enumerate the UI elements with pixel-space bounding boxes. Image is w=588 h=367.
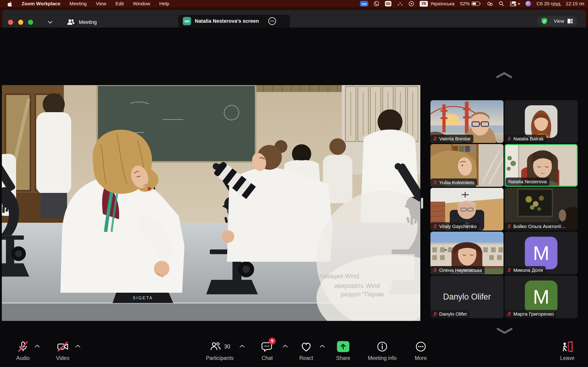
spotlight-search-icon[interactable] [499,1,504,6]
menu-item-view[interactable]: View [96,1,106,6]
screen-share-avatar: NN [183,17,191,25]
participant-tile-marta-hryhorenko[interactable]: M Марта Григоренко [505,275,578,318]
name-label: Yuliia Kolomiiets [431,178,477,187]
time-text: 12:15 пп [566,1,584,6]
info-icon [376,340,388,353]
pill-divider [551,19,551,24]
siri-icon[interactable] [526,1,531,6]
participant-tile-danylo-olifer[interactable]: Danylo Olifer Danylo Olifer [431,275,503,318]
tab-meeting[interactable]: Meeting [67,18,97,27]
screen: { "menu_bar": { "apple_icon": "apple-log… [0,0,588,367]
name-label: Микола Доля [505,266,546,274]
shared-screen-view: SIGETA [2,85,420,321]
minimize-window-button[interactable] [18,20,23,25]
participant-tile-natalia-nesterova[interactable]: Natalia Nesterova [505,144,578,187]
name-label: Natalia Nesterova [506,177,549,186]
classroom-photo: SIGETA [2,85,420,321]
notification-dot [518,3,520,5]
video-options-caret[interactable] [75,344,81,348]
muted-mic-icon [432,136,438,141]
layout-icon [567,18,573,24]
menu-item-app[interactable]: Zoom Workplace [22,1,61,6]
heart-icon [300,340,312,353]
language-name: Українська [430,1,454,6]
share-screen-icon [337,341,349,352]
mic-muted-icon [17,340,29,353]
meeting-content: SIGETA [0,27,588,367]
menu-item-meeting[interactable]: Meeting [69,1,87,6]
fullscreen-window-button[interactable] [28,20,33,25]
name-label: Бойко Ольга Анатолії… [505,222,569,231]
letter-avatar: M [525,237,557,269]
leave-icon [561,340,573,353]
microscope-brand-text: SIGETA [133,296,153,300]
muted-mic-icon [432,180,438,185]
close-window-button[interactable] [8,20,13,25]
muted-mic-icon [432,224,438,229]
participants-count: 30 [224,343,230,350]
tab-options-icon[interactable] [268,17,276,25]
chat-icon: 9 [261,340,273,353]
panel-resize-handle[interactable] [421,198,423,209]
letter-avatar: M [525,281,557,313]
name-label: Vitaly Gaychenko [431,222,479,231]
tab-screen-share[interactable]: NN Natalia Nesterova's screen [178,15,290,27]
name-label: Valeria Bondar [431,135,473,143]
name-label: Марта Григоренко [505,310,556,318]
menu-bar: Zoom Workplace Meeting View Edit Window … [0,0,588,7]
control-center-icon[interactable] [510,1,520,6]
participant-tile-boiko-olha[interactable]: Бойко Ольга Анатолії… [505,188,578,231]
muted-mic-icon [432,311,438,317]
scroll-down-icon[interactable] [496,327,513,334]
battery-status[interactable]: 52% [460,1,481,6]
zoom-status-icon[interactable]: zm [360,1,368,6]
more-icon [415,340,427,353]
menu-item-window[interactable]: Window [133,1,150,6]
participant-tile-mykola-dolia[interactable]: M Микола Доля [505,232,578,274]
view-button-label: View [554,18,564,24]
battery-icon [472,1,481,6]
people-icon [67,18,75,26]
video-button[interactable]: Video [37,340,88,361]
participant-tile-olena-naumovska[interactable]: Олена Наумовська [431,232,503,274]
leave-button[interactable]: Leave [542,340,588,361]
play-circle-icon[interactable] [409,1,414,6]
language-badge: УК [420,1,428,7]
apple-menu-icon[interactable] [7,1,12,6]
participant-tile-yuliia-kolomiiets[interactable]: Yuliia Kolomiiets [431,144,503,187]
tab-screen-share-label: Natalia Nesterova's screen [195,18,259,24]
window-chevron-down-icon[interactable] [48,21,52,24]
battery-percent: 52% [460,1,470,6]
muted-mic-icon [507,311,512,317]
camera-off-icon [56,340,69,353]
link-icon[interactable] [487,1,493,6]
participants-icon [209,340,221,353]
svg-text:раздел "Парам: раздел "Парам [341,291,384,298]
input-language[interactable]: УК Українська [420,1,454,7]
security-shield-icon[interactable] [541,18,548,25]
menu-bar-clock[interactable]: Сб 20 груд. 12:15 пп [536,1,584,6]
menu-item-help[interactable]: Help [159,1,169,6]
muted-mic-icon [507,268,512,273]
muted-mic-icon [507,224,512,229]
activity-spinner-icon[interactable] [397,1,403,6]
name-label: Danylo Olifer [431,310,470,318]
participants-button[interactable]: 30 Participants [195,340,245,361]
barcode-scanner-icon[interactable] [385,1,392,7]
muted-mic-icon [507,136,512,141]
participant-tile-valeria-bondar[interactable]: Valeria Bondar [431,100,503,143]
svg-text:тивация Wind: тивация Wind [320,273,359,280]
name-label: Олена Наумовська [431,266,485,274]
participant-tile-natalia-batrak[interactable]: Natalia Batrak [505,100,578,143]
scroll-up-icon[interactable] [495,72,513,78]
viber-icon[interactable] [374,1,379,6]
chat-unread-badge: 9 [269,338,276,344]
muted-mic-icon [432,268,438,273]
menu-item-edit[interactable]: Edit [115,1,124,6]
more-button[interactable]: More [396,340,446,361]
date-text: Сб 20 груд. [536,1,562,6]
view-controls[interactable]: View [537,16,577,26]
participant-tile-vitaly-gaychenko[interactable]: Vitaly Gaychenko [431,188,503,231]
svg-text:ивировать Wind: ивировать Wind [334,282,380,289]
tab-meeting-label: Meeting [79,19,97,25]
